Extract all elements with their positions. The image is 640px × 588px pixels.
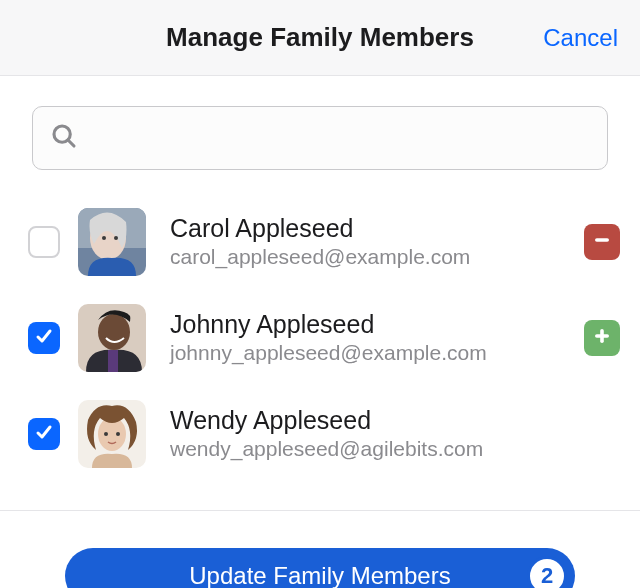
count-badge: 2	[527, 556, 567, 588]
checkbox[interactable]	[28, 322, 60, 354]
update-button-label: Update Family Members	[189, 562, 450, 588]
update-button[interactable]: Update Family Members 2	[65, 548, 575, 588]
member-email: johnny_appleseed@example.com	[170, 339, 576, 366]
svg-point-16	[116, 432, 120, 436]
member-info: Johnny Appleseed johnny_appleseed@exampl…	[170, 309, 576, 366]
avatar	[78, 304, 146, 372]
add-button[interactable]	[584, 320, 620, 356]
svg-rect-7	[595, 238, 609, 242]
check-icon	[34, 422, 54, 446]
member-info: Carol Appleseed carol_appleseed@example.…	[170, 213, 576, 270]
search-container	[0, 76, 640, 184]
member-name: Carol Appleseed	[170, 213, 576, 243]
search-input[interactable]	[91, 125, 591, 151]
svg-point-6	[114, 236, 118, 240]
check-icon	[34, 326, 54, 350]
avatar	[78, 208, 146, 276]
list-item: Wendy Appleseed wendy_appleseed@agilebit…	[28, 386, 620, 482]
member-info: Wendy Appleseed wendy_appleseed@agilebit…	[170, 405, 620, 462]
svg-line-1	[68, 140, 74, 146]
list-item: Carol Appleseed carol_appleseed@example.…	[28, 194, 620, 290]
checkbox[interactable]	[28, 226, 60, 258]
footer: Update Family Members 2	[0, 510, 640, 588]
member-name: Wendy Appleseed	[170, 405, 620, 435]
member-email: wendy_appleseed@agilebits.com	[170, 435, 620, 462]
svg-rect-12	[595, 334, 609, 338]
checkbox[interactable]	[28, 418, 60, 450]
svg-point-5	[102, 236, 106, 240]
cancel-button[interactable]: Cancel	[543, 24, 618, 52]
member-name: Johnny Appleseed	[170, 309, 576, 339]
svg-point-15	[104, 432, 108, 436]
avatar	[78, 400, 146, 468]
header: Manage Family Members Cancel	[0, 0, 640, 76]
member-email: carol_appleseed@example.com	[170, 243, 576, 270]
member-list: Carol Appleseed carol_appleseed@example.…	[0, 184, 640, 482]
page-title: Manage Family Members	[166, 22, 474, 53]
remove-button[interactable]	[584, 224, 620, 260]
list-item: Johnny Appleseed johnny_appleseed@exampl…	[28, 290, 620, 386]
svg-point-9	[98, 314, 130, 350]
svg-rect-10	[108, 350, 118, 372]
search-field[interactable]	[32, 106, 608, 170]
minus-icon	[592, 230, 612, 254]
search-icon	[49, 121, 79, 155]
plus-icon	[592, 326, 612, 350]
